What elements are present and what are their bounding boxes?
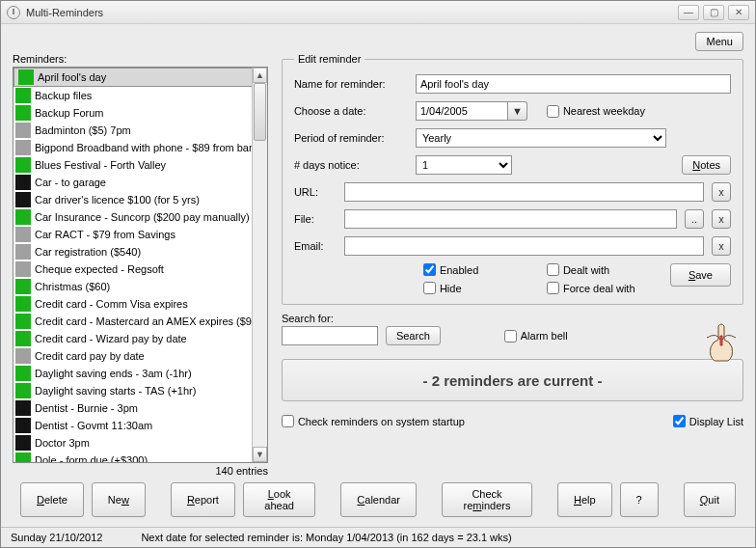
date-input[interactable] (416, 101, 508, 121)
report-button[interactable]: Report (171, 482, 235, 517)
app-window: Multi-Reminders — ▢ ✕ Menu Reminders: Ap… (0, 0, 756, 548)
button-bar: Delete New Report Look ahead Calendar Ch… (13, 477, 743, 523)
list-item[interactable]: Blues Festival - Forth Valley (14, 156, 267, 174)
list-item[interactable]: Bigpond Broadband with phone - $89 from … (14, 139, 267, 156)
maximize-button[interactable]: ▢ (703, 5, 724, 20)
days-notice-select[interactable]: 1 (416, 155, 512, 175)
scroll-up-icon[interactable]: ▲ (253, 68, 267, 83)
file-label: File: (294, 213, 337, 225)
list-item[interactable]: Daylight saving starts - TAS (+1hr) (14, 382, 267, 399)
window-title: Multi-Reminders (26, 7, 678, 18)
help-button[interactable]: Help (557, 482, 612, 517)
alarm-bell-checkbox[interactable] (504, 330, 517, 342)
color-swatch (15, 140, 31, 155)
url-clear-button[interactable]: x (712, 182, 731, 202)
menu-button[interactable]: Menu (695, 32, 743, 51)
list-item-label: Dentist - Govmt 11:30am (35, 420, 152, 431)
check-reminders-button[interactable]: Check reminders (442, 482, 532, 517)
days-notice-label: # days notice: (294, 159, 408, 171)
email-clear-button[interactable]: x (712, 236, 731, 256)
list-item[interactable]: Car registration ($540) (14, 243, 267, 260)
edit-reminder-group: Edit reminder Name for reminder: Choose … (282, 53, 743, 305)
list-item[interactable]: Doctor 3pm (14, 434, 267, 452)
file-input[interactable] (344, 209, 677, 229)
question-button[interactable]: ? (620, 482, 659, 517)
search-input[interactable] (282, 326, 378, 345)
email-input[interactable] (344, 236, 704, 256)
scroll-track[interactable] (253, 83, 267, 447)
name-input[interactable] (416, 74, 731, 94)
list-item[interactable]: Dole - form due (+$300) (14, 452, 267, 462)
list-item[interactable]: Car driver's licence $100 (for 5 yrs) (14, 191, 267, 208)
hide-checkbox[interactable] (423, 282, 436, 294)
dealt-with-label: Dealt with (563, 264, 609, 276)
display-list-label: Display List (689, 416, 743, 427)
color-swatch (15, 331, 31, 346)
close-button[interactable]: ✕ (728, 5, 749, 20)
list-item-label: Blues Festival - Forth Valley (35, 159, 166, 171)
color-swatch (15, 105, 31, 121)
list-item[interactable]: Christmas ($60) (14, 278, 267, 295)
new-button[interactable]: New (92, 482, 146, 517)
url-input[interactable] (344, 182, 704, 202)
save-button[interactable]: Save (670, 263, 731, 287)
url-label: URL: (294, 186, 337, 198)
list-item[interactable]: Backup files (14, 87, 267, 104)
list-item[interactable]: Credit card - Mastercard an AMEX expires… (14, 313, 267, 330)
date-dropdown-icon[interactable]: ▼ (508, 101, 527, 121)
list-item[interactable]: Car RACT - $79 from Savings (14, 226, 267, 243)
list-item-label: Doctor 3pm (35, 437, 90, 449)
color-swatch (15, 123, 31, 138)
list-item[interactable]: Credit card pay by date (14, 347, 267, 365)
body: Menu Reminders: April fool's dayBackup f… (1, 24, 755, 527)
search-button[interactable]: Search (386, 326, 441, 345)
scrollbar[interactable]: ▲ ▼ (252, 68, 267, 462)
display-list-checkbox[interactable] (673, 415, 686, 427)
period-select[interactable]: Yearly (416, 128, 666, 148)
color-swatch (15, 366, 31, 381)
notes-button[interactable]: Notes (682, 155, 731, 175)
window-controls: — ▢ ✕ (678, 5, 749, 20)
list-item[interactable]: Daylight saving ends - 3am (-1hr) (14, 365, 267, 382)
list-item[interactable]: Car Insurance - Suncorp ($200 pay manual… (14, 208, 267, 226)
color-swatch (15, 227, 31, 242)
list-item[interactable]: Credit card - Wizard pay by date (14, 330, 267, 347)
list-item[interactable]: April fool's day (14, 68, 267, 87)
list-item-label: Car - to garage (35, 177, 106, 188)
color-swatch (15, 348, 31, 364)
nearest-weekday-checkbox[interactable] (547, 105, 559, 118)
scroll-down-icon[interactable]: ▼ (253, 447, 267, 462)
list-item-label: Car driver's licence $100 (for 5 yrs) (35, 194, 200, 206)
status-bar: Sunday 21/10/2012 Next date for selected… (1, 527, 755, 547)
reminders-listbox[interactable]: April fool's dayBackup filesBackup Forum… (13, 67, 268, 463)
list-item[interactable]: Badminton ($5) 7pm (14, 122, 267, 139)
enabled-checkbox[interactable] (423, 263, 436, 276)
file-browse-button[interactable]: .. (685, 209, 704, 229)
force-deal-checkbox[interactable] (547, 282, 559, 294)
startup-check-checkbox[interactable] (282, 415, 294, 427)
file-clear-button[interactable]: x (712, 209, 731, 229)
list-item-label: Daylight saving ends - 3am (-1hr) (35, 368, 192, 379)
main-area: Reminders: April fool's dayBackup filesB… (13, 53, 743, 477)
list-item-label: April fool's day (38, 71, 106, 83)
list-item[interactable]: Cheque expected - Regsoft (14, 260, 267, 278)
calendar-button[interactable]: Calendar (340, 482, 417, 517)
minimize-button[interactable]: — (678, 5, 699, 20)
list-item-label: Backup files (35, 90, 92, 101)
nearest-weekday-label: Nearest weekday (563, 105, 645, 117)
list-item-label: Credit card - Mastercard an AMEX expires… (35, 315, 261, 327)
dealt-with-checkbox[interactable] (547, 263, 559, 276)
delete-button[interactable]: Delete (20, 482, 84, 517)
quit-button[interactable]: Quit (684, 482, 736, 517)
list-item[interactable]: Credit card - Comm Visa expires (14, 295, 267, 313)
list-item[interactable]: Backup Forum (14, 104, 267, 122)
list-item[interactable]: Dentist - Burnie - 3pm (14, 399, 267, 417)
look-ahead-button[interactable]: Look ahead (243, 482, 315, 517)
color-swatch (15, 244, 31, 260)
current-reminders-banner[interactable]: - 2 reminders are current - (282, 359, 743, 401)
scroll-thumb[interactable] (254, 83, 266, 141)
list-item[interactable]: Car - to garage (14, 174, 267, 191)
color-swatch (15, 157, 31, 173)
color-swatch (15, 383, 31, 398)
list-item[interactable]: Dentist - Govmt 11:30am (14, 417, 267, 434)
